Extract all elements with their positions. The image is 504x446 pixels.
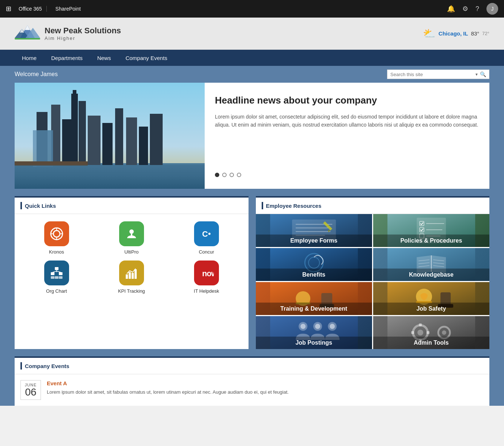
help-icon[interactable]: ? — [475, 5, 479, 13]
carousel-dot-4[interactable] — [237, 173, 241, 177]
svg-rect-12 — [88, 116, 101, 165]
svg-rect-40 — [129, 272, 131, 279]
svg-text:C: C — [202, 229, 208, 239]
employee-resources-header: Employee Resources — [256, 198, 490, 214]
tile-job-safety[interactable]: Job Safety — [373, 282, 489, 315]
svg-point-26 — [129, 229, 134, 234]
svg-point-85 — [330, 324, 335, 329]
quick-link-kronos[interactable]: Kronos — [22, 221, 91, 255]
tile-knowledgebase[interactable]: Knowledgebase — [373, 248, 489, 281]
svg-point-88 — [417, 330, 423, 336]
settings-icon[interactable]: ⚙ — [462, 5, 468, 13]
nav-home[interactable]: Home — [15, 50, 44, 66]
event-desc: Lorem ipsum dolor sit amet, sit fabulas … — [47, 389, 289, 396]
logo-image — [15, 23, 40, 44]
event-item: JUNE 06 Event A Lorem ipsum dolor sit am… — [15, 374, 489, 406]
tile-benefits[interactable]: Benefits — [256, 248, 372, 281]
search-dropdown-icon[interactable]: ▼ — [475, 72, 478, 76]
svg-rect-39 — [126, 274, 128, 279]
event-title[interactable]: Event A — [47, 380, 289, 386]
concur-icon: C — [194, 221, 219, 246]
svg-point-25 — [53, 231, 60, 237]
sharepoint-label[interactable]: SharePoint — [51, 6, 81, 12]
svg-point-29 — [208, 233, 211, 235]
orgchart-label: Org Chart — [46, 288, 67, 294]
quick-link-kpi[interactable]: KPI Tracking — [97, 261, 166, 294]
nav-company-events[interactable]: Company Events — [118, 50, 174, 66]
search-box[interactable]: ▼ 🔍 — [387, 70, 489, 79]
nav-departments[interactable]: Departments — [44, 50, 90, 66]
svg-rect-5 — [15, 38, 40, 40]
office365-label[interactable]: Office 365 — [19, 6, 47, 12]
company-events-title: Company Events — [25, 363, 69, 369]
tile-safety-label: Job Safety — [373, 303, 489, 315]
svg-rect-91 — [411, 331, 414, 334]
svg-rect-19 — [73, 90, 76, 95]
tile-admin-label: Admin Tools — [373, 337, 489, 349]
kpi-label: KPI Tracking — [118, 288, 145, 294]
tile-benefits-label: Benefits — [256, 269, 372, 281]
concur-label: Concur — [199, 249, 214, 255]
event-date-box: JUNE 06 — [20, 380, 41, 400]
er-header-accent-bar — [262, 202, 263, 209]
waffle-icon[interactable]: ⊞ — [6, 5, 11, 13]
svg-rect-16 — [139, 127, 148, 165]
tile-training-label: Training & Development — [256, 303, 372, 315]
carousel-dot-3[interactable] — [230, 173, 234, 177]
tile-policies[interactable]: Policies & Procedures — [373, 214, 489, 247]
kronos-label: Kronos — [49, 249, 64, 255]
logo-text: New Peak Solutions Aim Higher — [45, 26, 121, 41]
logo-area: New Peak Solutions Aim Higher — [15, 23, 121, 44]
quick-link-concur[interactable]: C Concur — [172, 221, 241, 255]
svg-rect-17 — [150, 114, 163, 165]
quick-link-ultipro[interactable]: UltiPro — [97, 221, 166, 255]
employee-resources-title: Employee Resources — [266, 203, 322, 209]
ultipro-icon — [119, 221, 144, 246]
helpdesk-label: IT Helpdesk — [194, 288, 219, 294]
tile-employee-forms[interactable]: Employee Forms — [256, 214, 372, 247]
helpdesk-icon: now — [194, 261, 219, 285]
svg-point-94 — [442, 330, 446, 335]
carousel-dot-2[interactable] — [222, 173, 227, 177]
hero-image — [15, 83, 205, 189]
weather-icon: ⛅ — [423, 27, 436, 40]
events-header-accent-bar — [20, 362, 22, 370]
svg-rect-15 — [126, 117, 137, 165]
hero-text-box: Headline news about your company Lorem i… — [205, 83, 489, 189]
svg-rect-27 — [131, 234, 132, 238]
tile-admin-tools[interactable]: Admin Tools — [373, 316, 489, 349]
tile-training[interactable]: Training & Development — [256, 282, 372, 315]
svg-rect-37 — [55, 276, 58, 279]
svg-rect-18 — [71, 94, 78, 165]
quick-link-helpdesk[interactable]: now IT Helpdesk — [172, 261, 241, 294]
search-input[interactable] — [390, 72, 473, 77]
search-button[interactable]: 🔍 — [480, 71, 486, 77]
welcome-bar: Welcome James ▼ 🔍 — [0, 66, 504, 83]
quick-links-grid: Kronos UltiPro — [15, 214, 249, 301]
nav-news[interactable]: News — [90, 50, 118, 66]
svg-line-34 — [53, 271, 57, 272]
weather-widget: ⛅ Chicago, IL 83° 72° — [423, 27, 489, 40]
notifications-icon[interactable]: 🔔 — [447, 5, 455, 13]
event-day: 06 — [24, 387, 37, 397]
site-header: New Peak Solutions Aim Higher ⛅ Chicago,… — [0, 18, 504, 50]
svg-rect-23 — [15, 165, 205, 176]
tile-job-postings[interactable]: Job Postings — [256, 316, 372, 349]
svg-rect-13 — [102, 123, 113, 165]
carousel-dot-1[interactable] — [215, 173, 219, 177]
tile-forms-label: Employee Forms — [256, 235, 372, 247]
svg-point-81 — [300, 324, 306, 329]
user-avatar[interactable]: J — [486, 3, 498, 15]
resources-grid: Employee Forms — [256, 214, 490, 349]
quick-link-orgchart[interactable]: Org Chart — [22, 261, 91, 294]
tile-postings-label: Job Postings — [256, 337, 372, 349]
carousel-dots — [215, 173, 479, 177]
weather-low: 72° — [482, 31, 489, 36]
svg-rect-38 — [59, 276, 62, 279]
event-info: Event A Lorem ipsum dolor sit amet, sit … — [47, 380, 289, 396]
welcome-message: Welcome James — [15, 71, 58, 78]
company-tagline: Aim Higher — [45, 35, 121, 41]
svg-marker-3 — [25, 25, 30, 30]
svg-rect-89 — [419, 323, 422, 326]
svg-text:now: now — [202, 269, 214, 278]
